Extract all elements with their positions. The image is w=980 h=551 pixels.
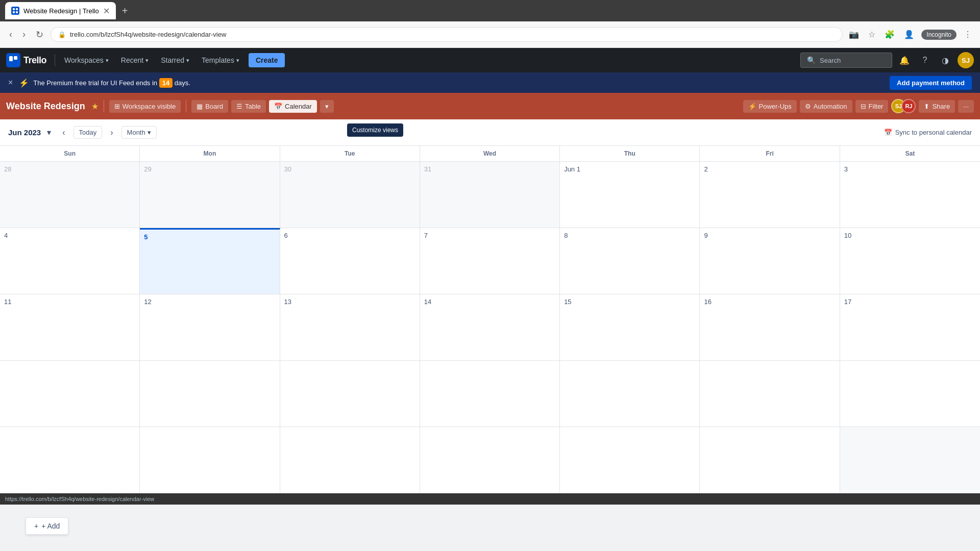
banner-days: 14 (159, 78, 173, 88)
calendar-cell-6[interactable]: 6 (280, 228, 420, 294)
calendar-cell-13[interactable]: 13 (280, 294, 420, 361)
tab-close-button[interactable]: ✕ (103, 6, 110, 16)
search-icon: 🔍 (807, 56, 816, 64)
calendar-cell-20[interactable] (280, 361, 420, 427)
star-icon[interactable]: ☆ (866, 28, 877, 41)
status-bar: https://trello.com/b/lzcfSh4q/website-re… (0, 493, 980, 505)
calendar-cell-21[interactable] (420, 361, 560, 427)
table-view-button[interactable]: ☰ Table (231, 100, 266, 113)
address-bar[interactable]: 🔒 trello.com/b/lzcfSh4q/website-redesign… (51, 27, 843, 42)
calendar-cell-29b[interactable] (560, 427, 700, 493)
calendar-cell-25[interactable] (0, 427, 140, 493)
calendar-cell-30b[interactable] (700, 427, 840, 493)
power-ups-button[interactable]: ⚡ Power-Ups (743, 100, 797, 113)
calendar-cell-10[interactable]: 10 (840, 228, 980, 294)
share-button[interactable]: ⬆ Share (919, 100, 955, 113)
calendar-cell-4[interactable]: 4 (0, 228, 140, 294)
chevron-down-month-icon[interactable]: ▾ (44, 126, 54, 139)
banner-close-button[interactable]: × (8, 78, 13, 87)
view-more-button[interactable]: ▾ (320, 100, 334, 113)
cell-date: 17 (844, 298, 851, 306)
cell-date: 3 (844, 165, 848, 173)
browser-nav-icons: 📷 ☆ 🧩 👤 Incognito ⋮ (847, 28, 974, 41)
tab-title: Website Redesign | Trello (23, 7, 99, 15)
calendar-cell-8[interactable]: 8 (560, 228, 700, 294)
browser-tab[interactable]: Website Redesign | Trello ✕ (5, 2, 116, 19)
sync-calendar-button[interactable]: 📅 Sync to personal calendar (884, 129, 972, 136)
help-icon[interactable]: ? (917, 52, 933, 68)
today-button[interactable]: Today (74, 126, 103, 139)
workspaces-button[interactable]: Workspaces ▾ (59, 53, 114, 67)
calendar-cell-15[interactable]: 15 (560, 294, 700, 361)
calendar-cell-12[interactable]: 12 (140, 294, 280, 361)
calendar-cell-31[interactable]: 31 (420, 162, 560, 228)
calendar-cell-29[interactable]: 29 (140, 162, 280, 228)
calendar-icon: 📅 (274, 103, 282, 110)
calendar-view-button[interactable]: 📅 Calendar (269, 100, 317, 113)
calendar-cell-16[interactable]: 16 (700, 294, 840, 361)
calendar-cell-28[interactable]: 28 (0, 162, 140, 228)
templates-button[interactable]: Templates ▾ (197, 53, 244, 67)
calendar-cell-30[interactable]: 30 (280, 162, 420, 228)
cell-date: 29 (144, 165, 151, 173)
menu-icon[interactable]: ⋮ (962, 28, 974, 41)
premium-icon: ⚡ (19, 78, 29, 88)
day-header-fri: Fri (700, 146, 840, 161)
create-button[interactable]: Create (249, 53, 285, 67)
calendar-cell-24[interactable] (840, 361, 980, 427)
forward-button[interactable]: › (19, 27, 29, 42)
calendar-cell-3[interactable]: 3 (840, 162, 980, 228)
reload-button[interactable]: ↻ (33, 27, 46, 42)
toolbar-right: ⚡ Power-Ups ⚙ Automation ⊟ Filter SJ RJ … (743, 99, 974, 113)
calendar-cell-jun1[interactable]: Jun 1 (560, 162, 700, 228)
cell-date: 16 (704, 298, 711, 306)
workspace-visible-button[interactable]: ⊞ Workspace visible (109, 100, 181, 113)
search-box[interactable]: 🔍 Search (800, 53, 892, 68)
calendar-sync-icon: 📅 (884, 129, 892, 136)
new-tab-button[interactable]: + (122, 5, 128, 17)
starred-button[interactable]: Starred ▾ (156, 53, 194, 67)
calendar-cell-17[interactable]: 17 (840, 294, 980, 361)
recent-button[interactable]: Recent ▾ (116, 53, 154, 67)
camera-icon[interactable]: 📷 (847, 28, 861, 41)
next-month-button[interactable]: › (107, 127, 116, 139)
trello-logo[interactable]: Trello (6, 53, 46, 67)
add-payment-button[interactable]: Add payment method (890, 76, 972, 90)
current-month: Jun 2023 (8, 128, 41, 137)
calendar-cell-22[interactable] (560, 361, 700, 427)
day-header-tue: Tue (280, 146, 420, 161)
day-header-thu: Thu (560, 146, 700, 161)
theme-icon[interactable]: ◑ (937, 52, 953, 68)
calendar-cell-5[interactable]: 5 (140, 228, 280, 294)
calendar-cell-26[interactable] (140, 427, 280, 493)
prev-month-button[interactable]: ‹ (59, 127, 68, 139)
board-view-button[interactable]: ▦ Board (191, 100, 228, 113)
workspace-icon: ⊞ (114, 103, 120, 110)
calendar-cell-28b[interactable] (420, 427, 560, 493)
extensions-icon[interactable]: 🧩 (883, 28, 897, 41)
month-selector: Jun 2023 ▾ (8, 126, 54, 139)
user-avatar[interactable]: SJ (958, 52, 974, 68)
calendar-cell-9[interactable]: 9 (700, 228, 840, 294)
avatar-rj-small[interactable]: RJ (901, 99, 916, 113)
calendar-cell-23[interactable] (700, 361, 840, 427)
calendar-cell-2[interactable]: 2 (700, 162, 840, 228)
calendar-cell-11[interactable]: 11 (0, 294, 140, 361)
automation-button[interactable]: ⚙ Automation (800, 100, 852, 113)
calendar-cell-1-next[interactable] (840, 427, 980, 493)
calendar-cell-19[interactable] (140, 361, 280, 427)
notifications-icon[interactable]: 🔔 (896, 52, 913, 68)
calendar-cell-27[interactable] (280, 427, 420, 493)
more-options-button[interactable]: ··· (958, 100, 974, 113)
profile-icon[interactable]: 👤 (902, 28, 916, 41)
toolbar-divider-1 (104, 100, 104, 112)
automation-icon: ⚙ (805, 103, 811, 110)
month-view-button[interactable]: Month ▾ (121, 126, 157, 139)
calendar-cell-18[interactable] (0, 361, 140, 427)
calendar-cell-7[interactable]: 7 (420, 228, 560, 294)
star-board-button[interactable]: ★ (91, 102, 99, 111)
cell-date: 14 (424, 298, 431, 306)
back-button[interactable]: ‹ (6, 27, 15, 42)
calendar-cell-14[interactable]: 14 (420, 294, 560, 361)
filter-button[interactable]: ⊟ Filter (855, 100, 889, 113)
